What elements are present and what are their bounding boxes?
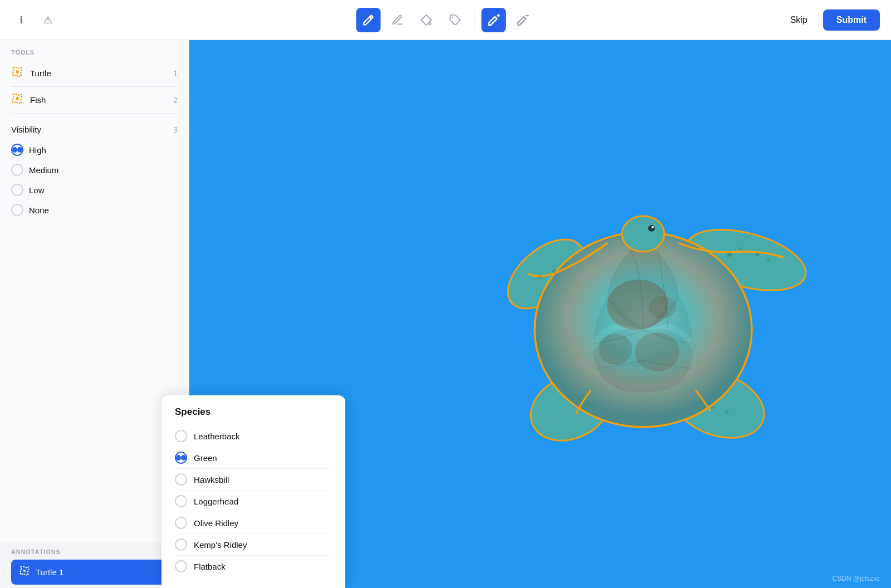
svg-point-6 bbox=[16, 97, 19, 100]
species-loggerhead-label: Loggerhead bbox=[194, 497, 238, 506]
sidebar-spacer bbox=[0, 227, 189, 543]
watermark: CSDN @jcfszxc bbox=[832, 575, 880, 582]
species-hawksbill-label: Hawksbill bbox=[194, 475, 229, 484]
species-leatherback[interactable]: Leatherback bbox=[175, 425, 332, 447]
svg-point-26 bbox=[711, 406, 714, 409]
species-kemps-ridley[interactable]: Kemp's Ridley bbox=[175, 534, 332, 556]
visibility-medium-label: Medium bbox=[29, 165, 58, 175]
visibility-header: Visibility 3 bbox=[11, 125, 178, 134]
visibility-medium-option[interactable]: Medium bbox=[11, 160, 178, 180]
turtle-tool-number: 1 bbox=[173, 69, 178, 78]
svg-point-19 bbox=[652, 226, 654, 228]
annotation-turtle-icon bbox=[19, 565, 30, 579]
tool-item-turtle[interactable]: Turtle 1 bbox=[11, 60, 178, 87]
species-flatback-label: Flatback bbox=[194, 562, 226, 571]
visibility-low-label: Low bbox=[29, 185, 45, 195]
toolbar-center bbox=[356, 8, 535, 32]
submit-button[interactable]: Submit bbox=[823, 9, 880, 31]
species-loggerhead-radio[interactable] bbox=[175, 495, 187, 507]
species-loggerhead[interactable]: Loggerhead bbox=[175, 491, 332, 512]
species-hawksbill[interactable]: Hawksbill bbox=[175, 469, 332, 491]
visibility-low-option[interactable]: Low bbox=[11, 180, 178, 200]
skip-button[interactable]: Skip bbox=[784, 11, 814, 30]
turtle-tool-name: Turtle bbox=[30, 68, 51, 78]
visibility-medium-radio[interactable] bbox=[11, 164, 23, 176]
species-green[interactable]: Green bbox=[175, 447, 332, 469]
species-kemps-ridley-radio[interactable] bbox=[175, 538, 187, 551]
visibility-none-label: None bbox=[29, 205, 49, 215]
fish-tool-name: Fish bbox=[30, 95, 46, 105]
species-green-radio[interactable] bbox=[175, 452, 187, 464]
fish-tool-icon bbox=[11, 92, 23, 107]
annotation-turtle1-label: Turtle 1 bbox=[36, 567, 63, 577]
visibility-number: 3 bbox=[173, 125, 178, 134]
tool-item-fish[interactable]: Fish 2 bbox=[11, 87, 178, 114]
svg-point-16 bbox=[649, 296, 677, 318]
svg-point-5 bbox=[16, 70, 19, 74]
svg-point-14 bbox=[635, 332, 679, 371]
species-olive-ridley[interactable]: Olive Ridley bbox=[175, 512, 332, 534]
svg-point-15 bbox=[599, 334, 632, 365]
species-popup-title: Species bbox=[175, 406, 332, 418]
turtle-annotation bbox=[473, 151, 807, 477]
visibility-high-radio[interactable] bbox=[11, 144, 23, 156]
remove-polygon-button[interactable] bbox=[511, 8, 535, 32]
species-green-label: Green bbox=[194, 453, 217, 463]
species-popup: Species Leatherback Green Hawksbill Logg… bbox=[161, 395, 345, 588]
svg-point-23 bbox=[767, 258, 770, 262]
visibility-low-radio[interactable] bbox=[11, 184, 23, 196]
add-polygon-button[interactable] bbox=[482, 8, 506, 32]
edit-vertices-button[interactable] bbox=[385, 8, 410, 32]
tools-section: TOOLS Turtle 1 bbox=[0, 40, 189, 118]
svg-point-7 bbox=[23, 570, 26, 572]
svg-point-22 bbox=[756, 253, 760, 257]
svg-point-27 bbox=[725, 410, 729, 414]
species-hawksbill-radio[interactable] bbox=[175, 473, 187, 486]
species-olive-ridley-label: Olive Ridley bbox=[194, 518, 238, 528]
tools-section-title: TOOLS bbox=[11, 49, 178, 56]
info-icon: ℹ bbox=[19, 14, 23, 26]
svg-point-21 bbox=[739, 247, 742, 251]
alert-icon: ⚠ bbox=[43, 14, 52, 26]
visibility-high-option[interactable]: High bbox=[11, 140, 178, 160]
visibility-none-radio[interactable] bbox=[11, 204, 23, 216]
species-leatherback-label: Leatherback bbox=[194, 432, 240, 441]
species-kemps-ridley-label: Kemp's Ridley bbox=[194, 540, 247, 550]
svg-point-24 bbox=[538, 275, 542, 278]
species-flatback[interactable]: Flatback bbox=[175, 556, 332, 577]
toolbar-right: Skip Submit bbox=[784, 9, 880, 31]
svg-point-20 bbox=[727, 252, 732, 257]
draw-tool-button[interactable] bbox=[356, 8, 381, 32]
fill-tool-button[interactable] bbox=[414, 8, 439, 32]
visibility-high-label: High bbox=[29, 145, 46, 155]
info-icon-button[interactable]: ℹ bbox=[11, 10, 31, 30]
sidebar: TOOLS Turtle 1 bbox=[0, 40, 189, 588]
svg-point-18 bbox=[648, 225, 655, 232]
toolbar-separator bbox=[474, 11, 475, 29]
fish-tool-number: 2 bbox=[173, 96, 178, 105]
annotation-turtle1[interactable]: Turtle 1 bbox=[11, 560, 178, 585]
svg-point-17 bbox=[622, 216, 664, 252]
species-flatback-radio[interactable] bbox=[175, 560, 187, 572]
turtle-svg bbox=[473, 151, 807, 474]
species-olive-ridley-radio[interactable] bbox=[175, 517, 187, 529]
tool-item-turtle-left: Turtle bbox=[11, 66, 51, 81]
species-leatherback-radio[interactable] bbox=[175, 430, 187, 442]
visibility-section: Visibility 3 High Medium Low None bbox=[0, 118, 189, 227]
toolbar-left: ℹ ⚠ bbox=[11, 10, 58, 30]
svg-point-0 bbox=[429, 22, 431, 24]
tool-item-fish-left: Fish bbox=[11, 92, 46, 107]
visibility-none-option[interactable]: None bbox=[11, 200, 178, 220]
toolbar: ℹ ⚠ bbox=[0, 0, 891, 40]
visibility-title: Visibility bbox=[11, 125, 41, 134]
annotations-section: ANNOTATIONS Turtle 1 bbox=[0, 543, 189, 588]
puzzle-tool-button[interactable] bbox=[443, 8, 468, 32]
svg-point-25 bbox=[552, 270, 556, 273]
alert-icon-button[interactable]: ⚠ bbox=[38, 10, 58, 30]
turtle-tool-icon bbox=[11, 66, 23, 81]
annotations-title: ANNOTATIONS bbox=[11, 548, 178, 555]
